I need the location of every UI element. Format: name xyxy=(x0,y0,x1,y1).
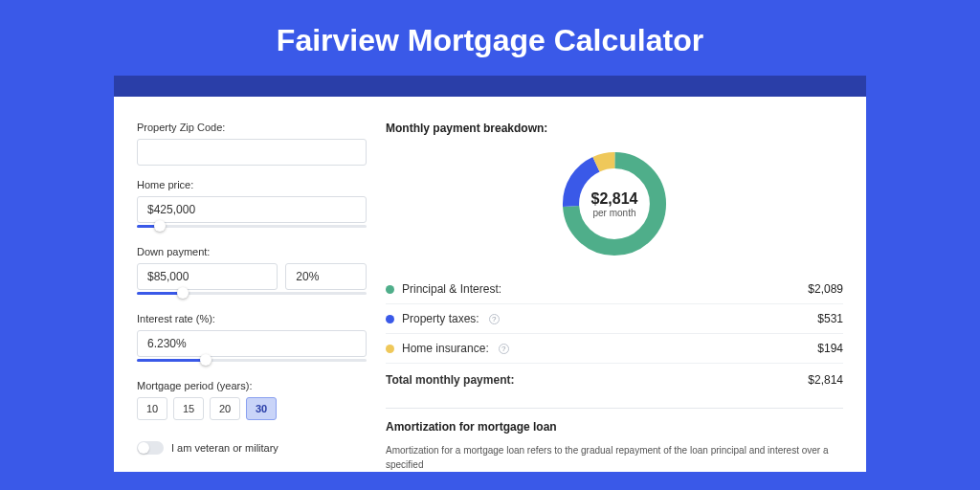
rate-slider[interactable] xyxy=(137,355,367,367)
period-buttons: 10 15 20 30 xyxy=(137,397,367,420)
period-20-button[interactable]: 20 xyxy=(210,397,240,420)
donut-amount: $2,814 xyxy=(591,190,638,208)
zip-input[interactable] xyxy=(137,139,367,166)
legend-insurance-label: Home insurance: xyxy=(402,342,489,355)
dot-green-icon xyxy=(386,285,394,294)
rate-group: Interest rate (%): xyxy=(137,313,367,367)
header-strip xyxy=(114,76,866,97)
calculator-card: Property Zip Code: Home price: Down paym… xyxy=(114,97,866,472)
legend-principal-row: Principal & Interest: $2,089 xyxy=(386,275,843,304)
legend-taxes-label: Property taxes: xyxy=(402,312,479,325)
toggle-knob xyxy=(138,442,149,454)
price-slider[interactable] xyxy=(137,221,367,233)
period-group: Mortgage period (years): 10 15 20 30 xyxy=(137,380,367,420)
form-panel: Property Zip Code: Home price: Down paym… xyxy=(137,122,367,472)
donut-container: $2,814 per month xyxy=(386,139,843,275)
legend-insurance-value: $194 xyxy=(817,342,843,355)
legend-principal-label: Principal & Interest: xyxy=(402,282,501,296)
zip-label: Property Zip Code: xyxy=(137,122,367,133)
info-icon[interactable]: ? xyxy=(489,314,500,324)
period-label: Mortgage period (years): xyxy=(137,380,367,391)
info-icon[interactable]: ? xyxy=(499,344,509,354)
legend-principal-value: $2,089 xyxy=(808,282,843,296)
page-title: Fairview Mortgage Calculator xyxy=(0,0,980,76)
rate-label: Interest rate (%): xyxy=(137,313,367,324)
amort-section: Amortization for mortgage loan Amortizat… xyxy=(386,408,843,472)
price-input[interactable] xyxy=(137,196,367,223)
veteran-label: I am veteran or military xyxy=(171,442,278,454)
legend-total-row: Total monthly payment: $2,814 xyxy=(386,364,843,394)
down-percent-input[interactable] xyxy=(285,263,367,290)
total-value: $2,814 xyxy=(808,373,843,387)
price-label: Home price: xyxy=(137,179,367,190)
total-label: Total monthly payment: xyxy=(386,373,514,387)
donut-sub: per month xyxy=(592,208,635,218)
veteran-row: I am veteran or military xyxy=(137,441,367,455)
dot-yellow-icon xyxy=(386,345,394,353)
dot-blue-icon xyxy=(386,315,394,323)
legend-insurance-row: Home insurance: ? $194 xyxy=(386,334,843,364)
legend-taxes-value: $531 xyxy=(817,312,843,325)
zip-group: Property Zip Code: xyxy=(137,122,367,166)
period-30-button[interactable]: 30 xyxy=(246,397,277,420)
results-panel: Monthly payment breakdown: $2,814 per mo… xyxy=(386,122,843,472)
period-10-button[interactable]: 10 xyxy=(137,397,167,420)
legend-taxes-row: Property taxes: ? $531 xyxy=(386,304,843,334)
amort-title: Amortization for mortgage loan xyxy=(386,420,843,434)
amort-text: Amortization for a mortgage loan refers … xyxy=(386,443,843,472)
down-amount-input[interactable] xyxy=(137,263,278,290)
donut-chart: $2,814 per month xyxy=(557,146,672,261)
period-15-button[interactable]: 15 xyxy=(173,397,204,420)
breakdown-title: Monthly payment breakdown: xyxy=(386,122,843,135)
rate-input[interactable] xyxy=(137,330,367,357)
down-group: Down payment: xyxy=(137,246,367,300)
down-label: Down payment: xyxy=(137,246,367,257)
donut-center: $2,814 per month xyxy=(557,146,672,261)
veteran-toggle[interactable] xyxy=(137,441,164,455)
price-group: Home price: xyxy=(137,179,367,233)
down-slider[interactable] xyxy=(137,288,367,300)
